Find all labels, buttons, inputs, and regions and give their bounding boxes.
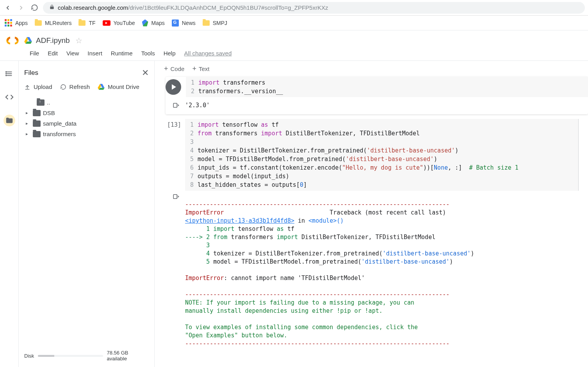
- error-output: ----------------------------------------…: [185, 191, 585, 358]
- svg-point-3: [5, 72, 6, 73]
- disk-label: Disk: [24, 353, 34, 359]
- menu-runtime[interactable]: Runtime: [111, 50, 133, 57]
- folder-icon: [35, 20, 42, 26]
- left-rail: [0, 61, 19, 367]
- notebook-area[interactable]: +Code +Text 1import transformers 2transf…: [155, 61, 588, 367]
- execution-count: [13]: [166, 119, 185, 128]
- folder-icon: [78, 20, 86, 26]
- disk-meter: [38, 355, 103, 357]
- files-button[interactable]: [4, 115, 15, 126]
- add-text-button[interactable]: +Text: [192, 65, 209, 73]
- code-cell: 1import transformers 2transformers.__ver…: [166, 77, 588, 114]
- code-editor[interactable]: 1import transformers 2transformers.__ver…: [186, 77, 588, 97]
- back-button[interactable]: [3, 3, 12, 12]
- menu-help[interactable]: Help: [164, 50, 176, 57]
- tool-label: Text: [199, 66, 210, 72]
- menu-file[interactable]: File: [30, 50, 39, 57]
- apps-icon: [5, 19, 12, 27]
- bookmark-label: TF: [89, 20, 95, 26]
- bookmark-youtube[interactable]: YouTube: [103, 20, 135, 26]
- output-icon[interactable]: [166, 191, 185, 200]
- bookmark-mlreuters[interactable]: MLReuters: [35, 20, 71, 26]
- chevron-right-icon: ▸: [26, 121, 30, 126]
- bookmark-maps[interactable]: Maps: [142, 20, 165, 27]
- line-number: 8: [185, 181, 198, 189]
- run-cell-button[interactable]: [166, 79, 181, 95]
- notebook-title[interactable]: ADF.ipynb: [36, 36, 70, 45]
- svg-point-4: [5, 73, 6, 74]
- folder-dsb[interactable]: ▸ DSB: [26, 108, 154, 118]
- bookmark-smpj[interactable]: SMPJ: [203, 20, 227, 26]
- browser-nav-bar: colab.research.google.com/drive/1Bct9leu…: [0, 0, 588, 16]
- output-icon[interactable]: [166, 99, 185, 109]
- lock-icon: [49, 4, 55, 11]
- bookmark-label: YouTube: [114, 20, 135, 26]
- tree-label: DSB: [43, 110, 55, 116]
- folder-transformers[interactable]: ▸ transformers: [26, 129, 154, 139]
- line-number: 5: [185, 155, 198, 163]
- bookmark-tf[interactable]: TF: [78, 20, 95, 26]
- menu-insert[interactable]: Insert: [87, 50, 102, 57]
- line-number: 1: [185, 121, 198, 129]
- news-icon: [172, 20, 179, 27]
- bookmark-label: MLReuters: [45, 20, 71, 26]
- disk-usage: Disk 78.56 GB available: [19, 344, 154, 367]
- drive-icon: [24, 37, 32, 44]
- refresh-label: Refresh: [69, 83, 90, 90]
- close-panel-button[interactable]: ✕: [142, 68, 149, 78]
- save-status[interactable]: All changes saved: [184, 50, 232, 57]
- code-editor[interactable]: 1import tensorflow as tf 2from transform…: [185, 119, 579, 191]
- line-number: 6: [185, 163, 198, 172]
- bookmark-news[interactable]: News: [172, 20, 196, 27]
- bookmarks-bar: Apps MLReuters TF YouTube Maps News SMPJ: [0, 16, 588, 30]
- folder-icon: [203, 20, 210, 26]
- colab-logo[interactable]: [5, 33, 20, 48]
- add-code-button[interactable]: +Code: [164, 65, 184, 73]
- line-number: 2: [185, 129, 198, 138]
- upload-button[interactable]: Upload: [24, 83, 52, 90]
- star-icon[interactable]: ☆: [75, 36, 82, 45]
- bookmark-label: News: [182, 20, 196, 26]
- maps-icon: [142, 20, 148, 27]
- menu-edit[interactable]: Edit: [48, 50, 58, 57]
- folder-up-icon: [37, 99, 45, 106]
- file-tree: .. ▸ DSB ▸ sample_data ▸ transformers: [19, 95, 154, 344]
- folder-icon: [33, 121, 41, 127]
- youtube-icon: [103, 20, 110, 26]
- forward-button[interactable]: [16, 3, 26, 12]
- url-bar[interactable]: colab.research.google.com/drive/1Bct9leu…: [43, 2, 585, 14]
- files-panel: Files ✕ Upload Refresh Mount Drive ..: [19, 61, 155, 367]
- disk-available: 78.56 GB available: [107, 350, 149, 362]
- folder-icon: [33, 110, 41, 116]
- apps-shortcut[interactable]: Apps: [5, 19, 28, 27]
- line-number: 3: [185, 138, 198, 146]
- colab-header: ADF.ipynb ☆ File Edit View Insert Runtim…: [0, 30, 588, 61]
- refresh-button[interactable]: Refresh: [60, 83, 90, 90]
- cell-output: '2.3.0': [185, 99, 588, 111]
- tree-label: sample_data: [43, 120, 77, 127]
- tree-label: ..: [47, 99, 50, 106]
- bookmark-label: SMPJ: [213, 20, 227, 26]
- menu-bar: File Edit View Insert Runtime Tools Help…: [0, 49, 588, 57]
- chevron-right-icon: ▸: [26, 110, 30, 115]
- svg-rect-6: [173, 103, 177, 108]
- tree-label: transformers: [43, 131, 76, 137]
- tool-label: Code: [171, 66, 185, 72]
- mount-label: Mount Drive: [108, 83, 139, 90]
- apps-label: Apps: [15, 20, 28, 26]
- cell-toolbar: +Code +Text: [155, 61, 588, 76]
- mount-drive-button[interactable]: Mount Drive: [98, 83, 139, 90]
- svg-rect-7: [173, 195, 177, 199]
- parent-dir[interactable]: ..: [26, 97, 154, 108]
- reload-button[interactable]: [30, 3, 39, 12]
- chevron-right-icon: ▸: [26, 131, 30, 137]
- menu-tools[interactable]: Tools: [141, 50, 155, 57]
- code-snippets-button[interactable]: [4, 91, 15, 103]
- code-cell: [13] 1import tensorflow as tf 2from tran…: [166, 119, 585, 358]
- menu-view[interactable]: View: [66, 50, 79, 57]
- folder-icon: [33, 131, 41, 137]
- line-number: 4: [185, 146, 198, 155]
- folder-sample-data[interactable]: ▸ sample_data: [26, 118, 154, 129]
- line-number: 2: [186, 87, 198, 96]
- toc-button[interactable]: [4, 68, 15, 80]
